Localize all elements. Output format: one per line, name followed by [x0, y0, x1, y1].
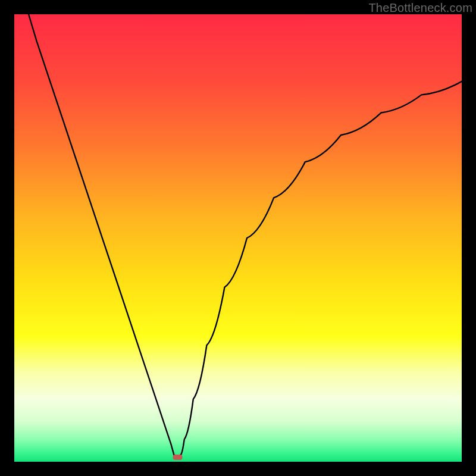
bottleneck-chart: [14, 14, 462, 462]
chart-frame: [14, 14, 462, 462]
minimum-marker: [173, 455, 182, 460]
gradient-background: [14, 14, 462, 462]
watermark-text: TheBottleneck.com: [368, 1, 472, 15]
